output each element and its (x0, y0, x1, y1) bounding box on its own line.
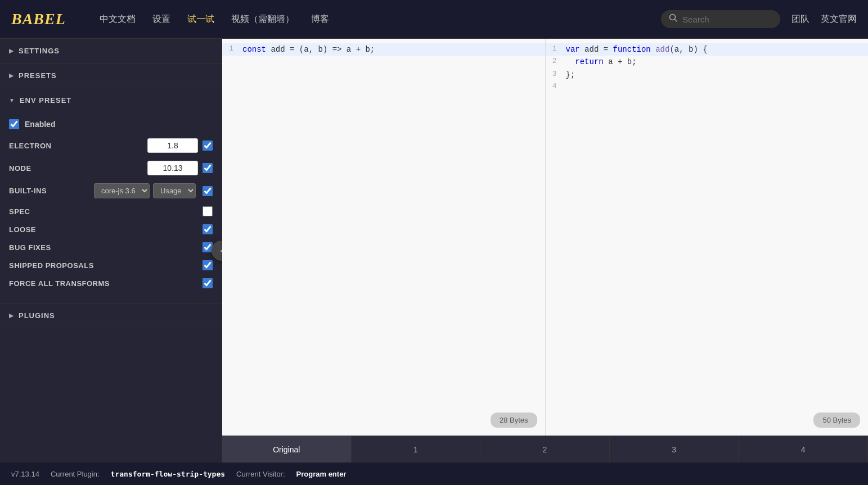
search-box[interactable] (661, 10, 780, 28)
loose-checkbox[interactable] (203, 224, 213, 234)
search-icon (669, 13, 678, 25)
code-area: 1 const add = (a, b) => a + b; 28 Bytes … (222, 39, 868, 463)
plugins-header[interactable]: ▶ PLUGINS (0, 303, 222, 328)
footer-version: v7.13.14 (11, 470, 39, 478)
svg-line-1 (675, 20, 677, 22)
nav-item-settings[interactable]: 设置 (152, 13, 170, 25)
built-ins-select-corejs[interactable]: core-js 3.6 (94, 183, 150, 198)
output-line-content-3: }; (566, 69, 575, 81)
plugins-section: ▶ PLUGINS (0, 303, 222, 328)
tab-2[interactable]: 2 (480, 436, 610, 463)
tab-1[interactable]: 1 (352, 436, 481, 463)
output-line-4: 4 (546, 81, 869, 93)
editors: 1 const add = (a, b) => a + b; 28 Bytes … (222, 39, 868, 436)
main-content: ▶ SETTINGS ▶ PRESETS ▼ ENV PRESET Enable… (0, 39, 868, 463)
output-line-content-1: var add = function add(a, b) { (566, 43, 708, 56)
nav-right: 团队 英文官网 (791, 13, 857, 25)
presets-chevron-icon: ▶ (9, 72, 14, 79)
search-input[interactable] (682, 15, 772, 24)
logo-text: BABEL (11, 10, 66, 28)
spec-checkbox[interactable] (203, 206, 213, 216)
footer: v7.13.14 Current Plugin: transform-flow-… (0, 463, 868, 485)
presets-header[interactable]: ▶ PRESETS (0, 64, 222, 88)
enabled-checkbox[interactable] (9, 119, 19, 129)
spec-row: SPEC (9, 206, 213, 216)
env-preset-header[interactable]: ▼ ENV PRESET (0, 88, 222, 112)
tab-original[interactable]: Original (222, 436, 352, 463)
footer-visitor-value: Program enter (296, 470, 347, 478)
node-row: NODE (9, 161, 213, 175)
nav-item-blog[interactable]: 博客 (311, 13, 329, 25)
node-label: NODE (9, 164, 147, 173)
force-all-transforms-checkbox[interactable] (203, 278, 213, 288)
nav-item-video[interactable]: 视频（需翻墙） (231, 13, 294, 25)
shipped-proposals-row: SHIPPED PROPOSALS (9, 260, 213, 270)
nav-team[interactable]: 团队 (791, 13, 809, 25)
output-line-num-2: 2 (546, 56, 566, 68)
node-input[interactable] (147, 161, 198, 175)
node-checkbox[interactable] (203, 163, 213, 173)
env-preset-label: ENV PRESET (20, 96, 71, 105)
built-ins-label: BUILT-INS (9, 187, 94, 195)
plugins-label: PLUGINS (19, 311, 55, 320)
env-preset-section: ▼ ENV PRESET Enabled ELECTRON NODE (0, 88, 222, 303)
output-line-2: 2 return a + b; (546, 56, 869, 68)
header: BABEL 中文文档 设置 试一试 视频（需翻墙） 博客 团队 英文官网 (0, 0, 868, 39)
spec-label: SPEC (9, 207, 203, 216)
built-ins-row: BUILT-INS core-js 3.6 Usage (9, 183, 213, 198)
presets-section: ▶ PRESETS (0, 64, 222, 88)
output-line-num-3: 3 (546, 69, 566, 81)
settings-header[interactable]: ▶ SETTINGS (0, 39, 222, 63)
output-editor: 1 var add = function add(a, b) { 2 retur… (546, 39, 869, 436)
output-line-1: 1 var add = function add(a, b) { (546, 43, 869, 56)
settings-label: SETTINGS (19, 47, 60, 55)
bottom-tabs: Original 1 2 3 4 (222, 436, 868, 463)
input-line-1: 1 const add = (a, b) => a + b; (222, 43, 545, 56)
shipped-proposals-label: SHIPPED PROPOSALS (9, 261, 203, 270)
force-all-transforms-label: FORCE ALL TRANSFORMS (9, 279, 203, 288)
input-code-block: 1 const add = (a, b) => a + b; (222, 39, 545, 436)
output-line-content-2: return a + b; (566, 56, 637, 68)
output-line-num-1: 1 (546, 43, 566, 56)
input-line-content-1: const add = (a, b) => a + b; (242, 43, 375, 56)
input-line-num-1: 1 (222, 43, 242, 56)
enabled-row: Enabled (9, 119, 213, 129)
nav-item-zhcn[interactable]: 中文文档 (100, 13, 136, 25)
input-bytes-badge: 28 Bytes (491, 413, 537, 428)
main-nav: 中文文档 设置 试一试 视频（需翻墙） 博客 (100, 13, 650, 25)
bug-fixes-label: BUG FIXES (9, 243, 203, 252)
settings-chevron-icon: ▶ (9, 48, 14, 54)
footer-visitor-label: Current Visitor: (236, 470, 285, 478)
loose-label: LOOSE (9, 225, 203, 234)
input-editor[interactable]: 1 const add = (a, b) => a + b; 28 Bytes (222, 39, 546, 436)
output-code-block: 1 var add = function add(a, b) { 2 retur… (546, 39, 869, 436)
tab-4[interactable]: 4 (739, 436, 868, 463)
enabled-label: Enabled (25, 120, 55, 129)
electron-label: ELECTRON (9, 142, 147, 150)
output-bytes-badge: 50 Bytes (813, 413, 860, 428)
sidebar: ▶ SETTINGS ▶ PRESETS ▼ ENV PRESET Enable… (0, 39, 222, 463)
nav-official[interactable]: 英文官网 (821, 13, 857, 25)
env-preset-chevron-icon: ▼ (9, 97, 15, 103)
settings-section: ▶ SETTINGS (0, 39, 222, 64)
shipped-proposals-checkbox[interactable] (203, 260, 213, 270)
footer-plugin-value: transform-flow-strip-types (111, 470, 226, 478)
logo[interactable]: BABEL (11, 10, 66, 28)
built-ins-checkbox[interactable] (203, 186, 213, 196)
tab-3[interactable]: 3 (610, 436, 739, 463)
output-line-num-4: 4 (546, 81, 566, 93)
electron-input[interactable] (147, 138, 198, 153)
svg-point-0 (670, 15, 676, 20)
output-line-3: 3 }; (546, 69, 869, 81)
electron-row: ELECTRON (9, 138, 213, 153)
footer-plugin-label: Current Plugin: (51, 470, 100, 478)
bug-fixes-row: BUG FIXES (9, 242, 213, 252)
nav-item-try[interactable]: 试一试 (187, 13, 214, 25)
loose-row: LOOSE (9, 224, 213, 234)
force-all-transforms-row: FORCE ALL TRANSFORMS (9, 278, 213, 288)
presets-label: PRESETS (19, 71, 57, 80)
plugins-chevron-icon: ▶ (9, 312, 14, 319)
built-ins-select-usage[interactable]: Usage (153, 183, 196, 198)
electron-checkbox[interactable] (203, 140, 213, 151)
env-preset-body: Enabled ELECTRON NODE BUILT-INS (0, 112, 222, 303)
